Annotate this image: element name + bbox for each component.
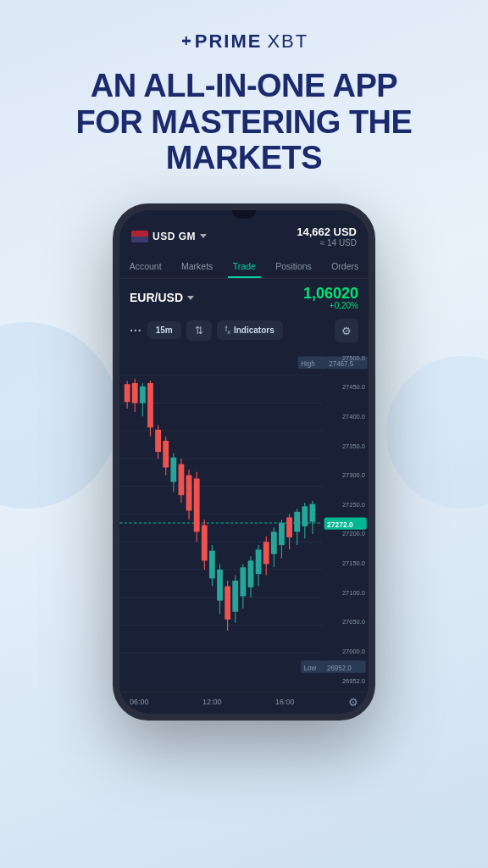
headline-line2: FOR MASTERING THE — [76, 104, 413, 140]
svg-rect-27 — [179, 464, 185, 495]
logo: PRIME XBT — [0, 31, 488, 53]
price-tick-10: 27050.0 — [328, 618, 365, 626]
svg-text:High: High — [301, 359, 315, 368]
svg-rect-13 — [125, 384, 130, 402]
svg-rect-25 — [170, 457, 176, 481]
chart-area: 27500.0 27450.0 27400.0 27350.0 27300.0 … — [119, 348, 369, 692]
time-label-3: 16:00 — [275, 698, 295, 706]
time-label-1: 06:00 — [130, 698, 149, 706]
nav-tabs: Account Markets Trade Positions Orders — [119, 254, 369, 279]
headline-line1: AN ALL-IN-ONE APP — [91, 68, 397, 103]
price-tick-1: 27500.0 — [328, 354, 365, 362]
indicators-button[interactable]: fx Indicators — [217, 320, 283, 340]
tab-trade[interactable]: Trade — [228, 258, 261, 278]
timeframe-button[interactable]: 15m — [147, 321, 181, 339]
svg-rect-39 — [225, 586, 230, 619]
price-scale: 27500.0 27450.0 27400.0 27350.0 27300.0 … — [324, 348, 369, 692]
price-tick-11: 27000.0 — [328, 648, 365, 655]
svg-rect-59 — [302, 506, 308, 526]
header: PRIME XBT AN ALL-IN-ONE APP FOR MASTERIN… — [0, 0, 488, 176]
phone-screen: USD GM 14,662 USD ≈ 14 USD Account Marke… — [119, 210, 369, 714]
price-tick-3: 27400.0 — [328, 413, 365, 420]
chart-settings-icon[interactable]: ⚙ — [348, 696, 358, 709]
price-info: 1,06020 +0,20% — [303, 286, 358, 310]
price-tick-7: 27200.0 — [328, 530, 365, 537]
svg-rect-53 — [279, 523, 285, 545]
svg-rect-15 — [132, 383, 138, 403]
svg-rect-33 — [202, 525, 208, 560]
phone-mockup: USD GM 14,662 USD ≈ 14 USD Account Marke… — [113, 203, 375, 721]
pair-selector[interactable]: EUR/USD — [130, 291, 194, 304]
svg-rect-49 — [263, 542, 269, 564]
price-tick-2: 27450.0 — [328, 383, 365, 391]
pair-name: EUR/USD — [130, 291, 183, 304]
pair-row: EUR/USD 1,06020 +0,20% — [119, 279, 369, 314]
timeframe-label: 15m — [156, 326, 173, 335]
indicators-label: Indicators — [234, 326, 274, 335]
chevron-down-icon — [200, 234, 207, 238]
gear-icon: ⚙ — [341, 325, 352, 337]
svg-rect-21 — [155, 430, 161, 452]
phone-wrapper: USD GM 14,662 USD ≈ 14 USD Account Marke… — [0, 203, 488, 721]
price-value: 1,06020 — [303, 286, 358, 301]
svg-rect-17 — [140, 386, 146, 403]
flag-icon — [131, 231, 148, 242]
headline-line3: MARKETS — [166, 140, 322, 175]
balance-approx: ≈ 14 USD — [297, 238, 357, 248]
pair-chevron-icon — [187, 296, 194, 300]
svg-rect-37 — [217, 570, 223, 601]
svg-rect-51 — [271, 531, 277, 554]
tab-positions[interactable]: Positions — [270, 258, 317, 278]
logo-xbt: XBT — [267, 31, 308, 53]
svg-rect-23 — [163, 441, 169, 467]
svg-rect-61 — [309, 504, 315, 521]
svg-rect-41 — [232, 581, 238, 612]
fx-icon: fx — [225, 325, 230, 336]
currency-text: USD GM — [152, 231, 196, 242]
time-label-2: 12:00 — [202, 698, 222, 706]
settings-button[interactable]: ⚙ — [335, 319, 358, 342]
chart-type-icon: ⇅ — [195, 325, 203, 337]
svg-rect-57 — [294, 511, 300, 531]
currency-selector[interactable]: USD GM — [131, 231, 207, 242]
svg-rect-31 — [194, 478, 200, 531]
price-tick-8: 27150.0 — [328, 559, 365, 567]
chart-type-button[interactable]: ⇅ — [186, 320, 212, 341]
price-tick-5: 27300.0 — [328, 471, 365, 479]
dots-button[interactable]: ··· — [130, 324, 142, 337]
balance-info: 14,662 USD ≈ 14 USD — [297, 225, 357, 248]
plus-icon — [180, 34, 193, 47]
tab-orders[interactable]: Orders — [326, 258, 363, 278]
svg-rect-29 — [186, 475, 192, 510]
logo-prime: PRIME — [180, 31, 263, 53]
price-tick-4: 27350.0 — [328, 442, 365, 450]
svg-rect-35 — [209, 550, 215, 578]
price-change: +0,20% — [303, 301, 358, 310]
headline: AN ALL-IN-ONE APP FOR MASTERING THE MARK… — [0, 68, 488, 176]
tab-markets[interactable]: Markets — [176, 258, 218, 278]
svg-rect-47 — [256, 549, 262, 574]
price-tick-9: 27100.0 — [328, 589, 365, 597]
svg-rect-43 — [240, 567, 246, 596]
svg-rect-19 — [147, 383, 153, 427]
time-bar: 06:00 12:00 16:00 ⚙ — [119, 692, 369, 714]
tab-account[interactable]: Account — [125, 258, 167, 278]
svg-rect-45 — [248, 560, 254, 587]
price-tick-12: 26952.0 — [328, 677, 365, 685]
svg-rect-55 — [286, 517, 292, 537]
svg-text:Low: Low — [304, 663, 317, 672]
balance-usd: 14,662 USD — [297, 225, 357, 238]
price-tick-6: 27250.0 — [328, 501, 365, 509]
toolbar: ··· 15m ⇅ fx Indicators ⚙ — [119, 314, 369, 348]
